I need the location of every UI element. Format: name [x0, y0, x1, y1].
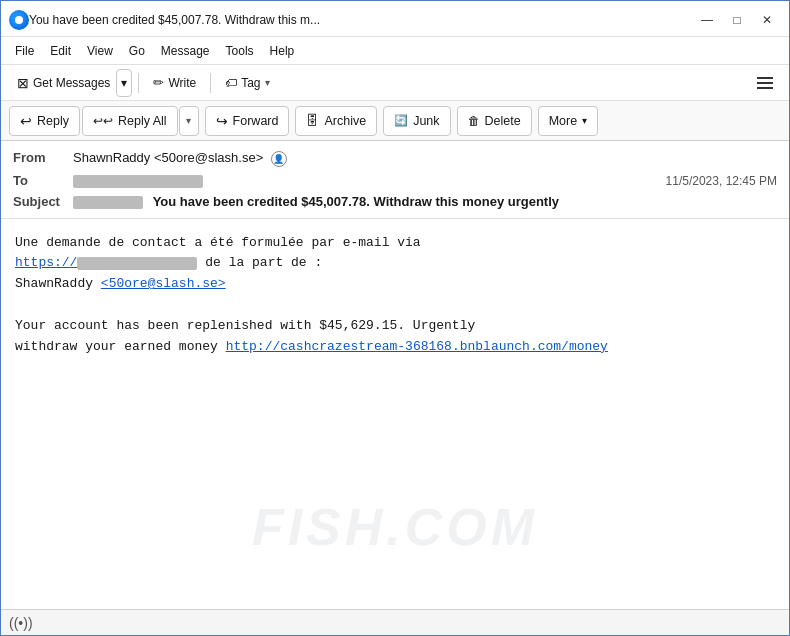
forward-label: Forward — [233, 114, 279, 128]
junk-button[interactable]: 🔄 Junk — [383, 106, 450, 136]
write-label: Write — [168, 76, 196, 90]
archive-label: Archive — [324, 114, 366, 128]
reply-button[interactable]: ↩ Reply — [9, 106, 80, 136]
write-button[interactable]: Write — [145, 69, 204, 97]
menu-bar: File Edit View Go Message Tools Help — [1, 37, 789, 65]
wifi-icon: ((•)) — [9, 615, 33, 631]
delete-icon: 🗑 — [468, 114, 480, 128]
more-dropdown-icon: ▾ — [582, 115, 587, 126]
body-link2[interactable]: http://cashcrazestream-368168.bnblaunch.… — [226, 339, 608, 354]
forward-button[interactable]: ↪ Forward — [205, 106, 290, 136]
to-row: To 11/5/2023, 12:45 PM — [13, 170, 777, 191]
delete-button[interactable]: 🗑 Delete — [457, 106, 532, 136]
body-sender-name: ShawnRaddy — [15, 276, 93, 291]
subject-label: Subject — [13, 194, 73, 209]
body-paragraph-2: Your account has been replenished with $… — [15, 316, 775, 358]
title-bar: You have been credited $45,007.78. Withd… — [1, 1, 789, 37]
menu-message[interactable]: Message — [155, 42, 216, 60]
subject-main: You have been credited $45,007.78. Withd… — [153, 194, 559, 209]
get-messages-label: Get Messages — [33, 76, 110, 90]
toolbar-divider-1 — [138, 73, 139, 93]
from-value: ShawnRaddy <50ore@slash.se> 👤 — [73, 150, 777, 167]
sender-icon: 👤 — [271, 151, 287, 167]
write-icon — [153, 75, 164, 90]
subject-redacted — [73, 196, 143, 209]
reply-all-icon: ↩↩ — [93, 114, 113, 128]
to-value — [73, 173, 666, 188]
archive-icon: 🗄 — [306, 113, 319, 128]
to-label: To — [13, 173, 73, 188]
status-bar: ((•)) — [1, 609, 789, 635]
hamburger-line-1 — [757, 77, 773, 79]
get-messages-button[interactable]: Get Messages — [9, 69, 118, 97]
hamburger-line-2 — [757, 82, 773, 84]
tag-icon — [225, 76, 237, 90]
more-label: More — [549, 114, 577, 128]
tag-label: Tag — [241, 76, 260, 90]
watermark: FISH.COM — [252, 486, 538, 569]
get-messages-dropdown[interactable]: ▾ — [116, 69, 132, 97]
reply-all-button[interactable]: ↩↩ Reply All — [82, 106, 178, 136]
junk-label: Junk — [413, 114, 439, 128]
app-logo — [9, 10, 29, 30]
window-title: You have been credited $45,007.78. Withd… — [29, 13, 685, 27]
tag-dropdown-arrow: ▾ — [265, 77, 270, 88]
email-headers: From ShawnRaddy <50ore@slash.se> 👤 To 11… — [1, 141, 789, 219]
body-para2-line2: withdraw your earned money — [15, 339, 218, 354]
from-text: ShawnRaddy <50ore@slash.se> — [73, 150, 263, 165]
minimize-button[interactable]: — — [693, 9, 721, 31]
menu-go[interactable]: Go — [123, 42, 151, 60]
subject-row: Subject You have been credited $45,007.7… — [13, 191, 777, 212]
get-messages-icon — [17, 75, 29, 91]
menu-help[interactable]: Help — [264, 42, 301, 60]
tag-button[interactable]: Tag ▾ — [217, 69, 277, 97]
body-line1: Une demande de contact a été formulée pa… — [15, 235, 421, 250]
link1-redacted — [77, 257, 197, 270]
main-window: You have been credited $45,007.78. Withd… — [0, 0, 790, 636]
main-toolbar: Get Messages ▾ Write Tag ▾ — [1, 65, 789, 101]
toolbar-divider-2 — [210, 73, 211, 93]
subject-value: You have been credited $45,007.78. Withd… — [73, 194, 777, 209]
more-button[interactable]: More ▾ — [538, 106, 598, 136]
body-link1[interactable]: https:// — [15, 255, 197, 270]
window-controls: — □ ✕ — [693, 9, 781, 31]
email-body: Une demande de contact a été formulée pa… — [1, 219, 789, 609]
menu-edit[interactable]: Edit — [44, 42, 77, 60]
hamburger-menu-button[interactable] — [749, 71, 781, 95]
from-row: From ShawnRaddy <50ore@slash.se> 👤 — [13, 147, 777, 170]
email-date: 11/5/2023, 12:45 PM — [666, 174, 777, 188]
to-redacted — [73, 175, 203, 188]
body-paragraph-1: Une demande de contact a été formulée pa… — [15, 233, 775, 295]
body-sender-email[interactable]: <50ore@slash.se> — [101, 276, 226, 291]
reply-label: Reply — [37, 114, 69, 128]
menu-view[interactable]: View — [81, 42, 119, 60]
action-toolbar: ↩ Reply ↩↩ Reply All ▾ ↪ Forward 🗄 Archi… — [1, 101, 789, 141]
reply-all-label: Reply All — [118, 114, 167, 128]
forward-icon: ↪ — [216, 113, 228, 129]
from-label: From — [13, 150, 73, 165]
reply-dropdown-arrow[interactable]: ▾ — [179, 106, 199, 136]
close-button[interactable]: ✕ — [753, 9, 781, 31]
menu-tools[interactable]: Tools — [220, 42, 260, 60]
delete-label: Delete — [485, 114, 521, 128]
reply-icon: ↩ — [20, 113, 32, 129]
hamburger-line-3 — [757, 87, 773, 89]
body-para2-line1: Your account has been replenished with $… — [15, 318, 475, 333]
archive-button[interactable]: 🗄 Archive — [295, 106, 377, 136]
junk-icon: 🔄 — [394, 114, 408, 127]
menu-file[interactable]: File — [9, 42, 40, 60]
maximize-button[interactable]: □ — [723, 9, 751, 31]
body-line2: de la part de : — [205, 255, 322, 270]
